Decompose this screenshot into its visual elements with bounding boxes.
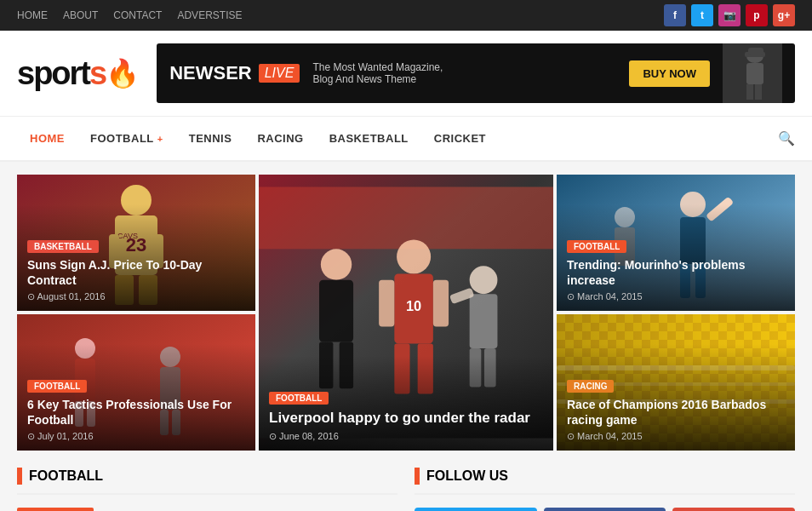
logo-accent: s (89, 55, 106, 91)
nav-home[interactable]: HOME (17, 9, 48, 21)
site-logo[interactable]: sports 🔥 (17, 55, 140, 92)
liverpool-badge: FOOTBALL (269, 392, 329, 405)
article-cavs[interactable]: 23 CAVS BASKETBALL Suns Sign A.J. Price … (17, 175, 255, 311)
cavs-badge: BASKETBALL (27, 240, 99, 253)
top-navigation: HOME ABOUT CONTACT ADVERSTISE f t 📷 p g+ (0, 0, 812, 31)
nav-links: HOME FOOTBALL + TENNIS RACING BASKETBALL… (17, 118, 778, 158)
article-info: FOOTBALL Liverpool happy to go under the… (104, 508, 304, 511)
cavs-caption: BASKETBALL Suns Sign A.J. Price To 10-Da… (17, 204, 255, 311)
article-mourinho[interactable]: FOOTBALL Trending: Mourinho's problems i… (557, 175, 795, 311)
football-section-label: FOOTBALL (29, 468, 103, 484)
mourinho-title: Trending: Mourinho's problems increase (567, 257, 785, 288)
cavs-date: August 01, 2016 (27, 291, 245, 302)
pinterest-icon[interactable]: p (746, 4, 768, 26)
facebook-icon[interactable]: f (664, 4, 686, 26)
site-header: sports 🔥 NEWSER LIVE The Most Wanted Mag… (0, 31, 812, 116)
racing-caption: RACING Race of Champions 2016 Barbados r… (557, 344, 795, 451)
advertisement-banner: NEWSER LIVE The Most Wanted Magazine,Blo… (157, 43, 795, 103)
svg-point-29 (321, 249, 352, 279)
facebook-follow-button[interactable]: f 194067 Fans (544, 508, 666, 511)
svg-rect-38 (379, 280, 394, 327)
nav-link-tennis[interactable]: TENNIS (176, 118, 245, 158)
racing-badge: RACING (567, 380, 614, 393)
nav-link-home[interactable]: HOME (17, 118, 77, 158)
top-nav-links: HOME ABOUT CONTACT ADVERSTISE (17, 9, 242, 21)
newser-name: NEWSER (169, 62, 252, 84)
follow-section: FOLLOW US t 12356 Followers f 194067 Fan… (415, 468, 795, 511)
tactics-title: 6 Key Tactics Professionals Use For Foot… (27, 397, 245, 428)
mourinho-badge: FOOTBALL (567, 240, 626, 253)
main-navigation: HOME FOOTBALL + TENNIS RACING BASKETBALL… (0, 116, 812, 162)
social-icons-top: f t 📷 p g+ (664, 4, 795, 26)
football-section-title: FOOTBALL (17, 468, 397, 495)
nav-advertise[interactable]: ADVERSTISE (177, 9, 242, 21)
follow-section-accent (415, 468, 420, 485)
mourinho-date: March 04, 2015 (567, 291, 785, 302)
football-plus-icon: + (157, 134, 163, 144)
google-plus-follow-button[interactable]: g+ 419 Followers (672, 508, 795, 511)
svg-rect-6 (755, 84, 762, 100)
football-section: FOOTBALL FOOTBALL FOOTBALL Liverpool hap… (17, 468, 397, 511)
follow-section-label: FOLLOW US (426, 468, 508, 484)
svg-rect-5 (746, 84, 753, 100)
twitter-follow-button[interactable]: t 12356 Followers (415, 508, 537, 511)
newser-brand: NEWSER LIVE (169, 62, 300, 84)
liverpool-caption: FOOTBALL Liverpool happy to go under the… (259, 356, 553, 451)
svg-text:10: 10 (406, 298, 421, 313)
section-accent (17, 468, 22, 485)
logo-text: sports (17, 55, 106, 92)
live-badge: LIVE (259, 64, 300, 83)
follow-section-title: FOLLOW US (415, 468, 795, 495)
article-grid: 23 CAVS BASKETBALL Suns Sign A.J. Price … (17, 175, 795, 451)
ad-tagline: The Most Wanted Magazine,Blog And News T… (312, 61, 616, 85)
article-racing[interactable]: RACING Race of Champions 2016 Barbados r… (557, 314, 795, 451)
tactics-caption: FOOTBALL 6 Key Tactics Professionals Use… (17, 344, 255, 451)
search-icon[interactable]: 🔍 (778, 117, 795, 160)
svg-rect-30 (319, 280, 353, 342)
nav-contact[interactable]: CONTACT (113, 9, 162, 21)
instagram-icon[interactable]: 📷 (718, 4, 741, 26)
article-row[interactable]: FOOTBALL FOOTBALL Liverpool happy to go … (17, 508, 397, 511)
article-liverpool[interactable]: 10 FOOTBALL Liverpool happy to go under (259, 175, 553, 451)
svg-rect-3 (748, 48, 763, 55)
svg-point-40 (470, 266, 498, 294)
svg-rect-4 (746, 63, 763, 84)
svg-point-33 (397, 239, 431, 273)
main-content: 23 CAVS BASKETBALL Suns Sign A.J. Price … (0, 162, 812, 511)
nav-about[interactable]: ABOUT (63, 9, 98, 21)
nav-link-basketball[interactable]: BASKETBALL (317, 118, 421, 158)
logo-flame-icon: 🔥 (106, 57, 140, 89)
follow-grid: t 12356 Followers f 194067 Fans g+ 419 F… (415, 508, 795, 511)
liverpool-date: June 08, 2016 (269, 431, 543, 442)
article-tactics[interactable]: FOOTBALL 6 Key Tactics Professionals Use… (17, 314, 255, 451)
google-plus-icon[interactable]: g+ (773, 4, 795, 26)
tactics-badge: FOOTBALL (27, 380, 87, 393)
mourinho-caption: FOOTBALL Trending: Mourinho's problems i… (557, 204, 795, 311)
cavs-title: Suns Sign A.J. Price To 10-Day Contract (27, 257, 245, 288)
nav-link-cricket[interactable]: CRICKET (421, 118, 499, 158)
twitter-icon[interactable]: t (691, 4, 713, 26)
svg-rect-41 (470, 294, 498, 348)
article-thumbnail-football-badge: FOOTBALL (17, 508, 94, 511)
racing-date: March 04, 2015 (567, 431, 785, 442)
tactics-date: July 01, 2016 (27, 431, 245, 442)
svg-rect-39 (433, 280, 449, 327)
nav-link-football[interactable]: FOOTBALL + (77, 118, 176, 158)
buy-now-button[interactable]: BUY NOW (629, 60, 710, 87)
liverpool-title: Liverpool happy to go under the radar (269, 409, 543, 428)
nav-link-racing[interactable]: RACING (244, 118, 316, 158)
racing-title: Race of Champions 2016 Barbados racing g… (567, 397, 785, 428)
svg-rect-28 (259, 187, 553, 249)
bottom-section: FOOTBALL FOOTBALL FOOTBALL Liverpool hap… (17, 468, 795, 511)
ad-image (723, 43, 782, 103)
